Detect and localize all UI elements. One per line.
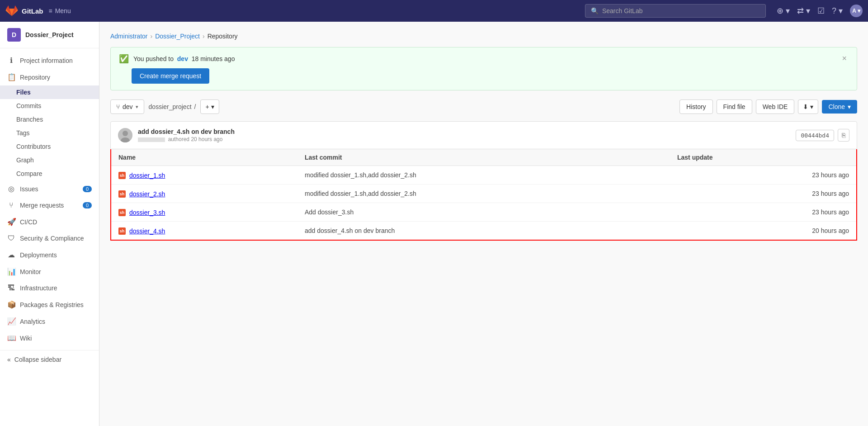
sidebar-item-packages[interactable]: 📦 Packages & Registries (0, 296, 99, 313)
code-review-icon[interactable]: ⇄ ▾ (797, 6, 810, 16)
sidebar-item-issues[interactable]: ◎ Issues 0 (0, 180, 99, 197)
sidebar-item-label: Infrastructure (20, 284, 57, 292)
add-file-button[interactable]: + ▾ (200, 99, 219, 114)
sidebar-sub-files[interactable]: Files (0, 85, 99, 99)
create-merge-request-button[interactable]: Create merge request (132, 68, 209, 84)
check-icon: ✅ (119, 54, 129, 64)
search-input[interactable] (602, 7, 760, 14)
file-icon[interactable]: sh dossier_2.sh (118, 190, 165, 198)
commit-meta: authored 20 hours ago (138, 136, 790, 142)
breadcrumb-project[interactable]: Dossier_Project (155, 33, 200, 40)
sidebar-item-analytics[interactable]: 📈 Analytics (0, 313, 99, 330)
push-notification-text: You pushed to dev 18 minutes ago (133, 55, 235, 62)
deployments-icon: ☁ (7, 251, 15, 259)
file-update-cell: 23 hours ago (670, 166, 856, 185)
download-button[interactable]: ⬇ ▾ (798, 99, 818, 114)
sidebar-item-label: Monitor (20, 268, 41, 275)
file-table-body: sh dossier_1.sh modified dossier_1.sh,ad… (111, 166, 856, 240)
file-link[interactable]: dossier_4.sh (129, 227, 165, 235)
push-time: 18 minutes ago (192, 55, 235, 62)
sidebar-sub-contributors[interactable]: Contributors (0, 140, 99, 153)
main-content: Administrator › Dossier_Project › Reposi… (99, 22, 868, 426)
compare-label: Compare (16, 170, 42, 177)
push-notification: ✅ You pushed to dev 18 minutes ago Creat… (110, 47, 857, 90)
breadcrumb-admin[interactable]: Administrator (110, 33, 147, 40)
file-commit-cell: modified dossier_1.sh,add dossier_2.sh (297, 166, 670, 185)
sidebar-item-repository[interactable]: 📋 Repository (0, 69, 99, 85)
todo-icon[interactable]: ☑ (817, 6, 825, 16)
sidebar-sub-commits[interactable]: Commits (0, 99, 99, 113)
file-commit-cell: add dossier_4.sh on dev branch (297, 222, 670, 240)
issues-icon: ◎ (7, 185, 15, 193)
cicd-icon: 🚀 (7, 218, 15, 226)
branch-name: dev (123, 103, 133, 110)
commit-author-placeholder (138, 137, 165, 142)
copy-hash-button[interactable]: ⎘ (838, 129, 849, 142)
monitor-icon: 📊 (7, 267, 15, 276)
file-link[interactable]: dossier_3.sh (129, 209, 165, 216)
sidebar-item-cicd[interactable]: 🚀 CI/CD (0, 213, 99, 230)
project-avatar: D (7, 28, 21, 42)
sidebar-item-wiki[interactable]: 📖 Wiki (0, 330, 99, 346)
sidebar-item-merge-requests[interactable]: ⑂ Merge requests 0 (0, 197, 99, 213)
push-notification-content: ✅ You pushed to dev 18 minutes ago (119, 54, 235, 64)
project-initial: D (12, 31, 16, 38)
sidebar-sub-graph[interactable]: Graph (0, 153, 99, 167)
search-bar[interactable]: 🔍 (585, 4, 766, 18)
push-branch[interactable]: dev (177, 55, 188, 62)
find-file-button[interactable]: Find file (717, 99, 752, 114)
navbar-menu-button[interactable]: ≡ Menu (49, 7, 71, 14)
file-update-cell: 20 hours ago (670, 222, 856, 240)
sidebar-item-label: CI/CD (20, 218, 37, 226)
navbar-logo[interactable]: GitLab (5, 5, 43, 17)
collapse-sidebar-button[interactable]: « Collapse sidebar (0, 350, 99, 369)
sidebar-sub-compare[interactable]: Compare (0, 167, 99, 180)
collapse-label: Collapse sidebar (14, 356, 61, 363)
file-icon[interactable]: sh dossier_4.sh (118, 227, 165, 235)
sidebar-item-deployments[interactable]: ☁ Deployments (0, 246, 99, 263)
issues-badge: 0 (83, 186, 92, 192)
commit-avatar (118, 128, 132, 142)
commit-hash: 00444bd4 (796, 130, 834, 141)
sidebar-sub-tags[interactable]: Tags (0, 126, 99, 140)
commit-hash-area: 00444bd4 ⎘ (796, 129, 849, 142)
sidebar-item-security[interactable]: 🛡 Security & Compliance (0, 230, 99, 246)
sidebar-item-project-information[interactable]: ℹ Project information (0, 52, 99, 69)
file-icon[interactable]: sh dossier_3.sh (118, 209, 165, 216)
commit-info: add dossier_4.sh on dev branch authored … (110, 121, 857, 149)
close-notification-button[interactable]: × (840, 54, 849, 63)
branch-selector[interactable]: ⑂ dev ▾ (110, 99, 144, 114)
sidebar-project-header[interactable]: D Dossier_Project (0, 22, 99, 48)
hamburger-icon: ≡ (49, 7, 52, 14)
sidebar-item-label: Security & Compliance (20, 235, 84, 242)
info-icon: ℹ (7, 56, 15, 65)
file-link[interactable]: dossier_2.sh (129, 190, 165, 198)
avatar-placeholder-icon (118, 128, 132, 142)
col-header-name: Name (111, 149, 297, 166)
file-commit-cell: Add dossier_3.sh (297, 203, 670, 222)
file-link[interactable]: dossier_1.sh (129, 172, 165, 179)
gitlab-logo-icon (5, 5, 18, 17)
file-name-cell: sh dossier_3.sh (111, 203, 297, 222)
sidebar-item-infrastructure[interactable]: 🏗 Infrastructure (0, 280, 99, 296)
push-message: You pushed to (133, 55, 174, 62)
create-icon[interactable]: ⊕ ▾ (777, 6, 790, 16)
history-button[interactable]: History (679, 99, 713, 114)
page-layout: D Dossier_Project ℹ Project information … (0, 22, 868, 426)
graph-label: Graph (16, 156, 34, 164)
sidebar-sub-branches[interactable]: Branches (0, 113, 99, 126)
file-icon[interactable]: sh dossier_1.sh (118, 172, 165, 179)
file-type-icon: sh (118, 172, 126, 179)
sidebar-item-label: Packages & Registries (20, 301, 84, 308)
files-label: Files (16, 89, 31, 96)
infrastructure-icon: 🏗 (7, 284, 15, 292)
branch-icon: ⑂ (116, 103, 120, 110)
clone-button[interactable]: Clone ▾ (822, 100, 857, 114)
user-avatar[interactable]: A ▾ (850, 5, 863, 17)
sidebar-item-label: Repository (20, 74, 50, 81)
web-ide-button[interactable]: Web IDE (756, 99, 795, 114)
sidebar-item-monitor[interactable]: 📊 Monitor (0, 263, 99, 280)
help-icon[interactable]: ? ▾ (832, 6, 843, 16)
download-icon: ⬇ (803, 103, 808, 110)
add-chevron-icon: ▾ (211, 103, 214, 110)
